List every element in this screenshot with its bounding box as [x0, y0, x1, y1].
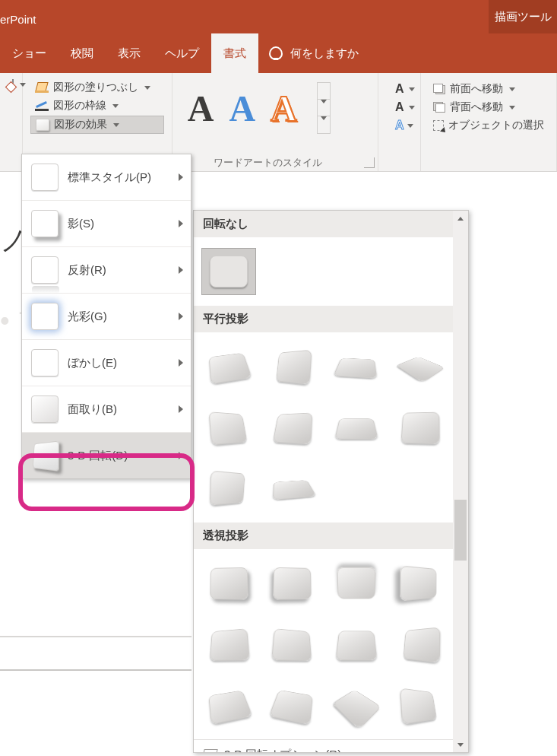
text-effects-button[interactable]: A: [391, 117, 408, 134]
rotation-tile-perspective-9[interactable]: [201, 681, 256, 729]
rotation-tile-parallel-2[interactable]: [265, 343, 320, 390]
rotation-preview-icon: [400, 688, 437, 725]
rotation-tile-parallel-5[interactable]: [201, 404, 256, 451]
bring-forward-label: 前面へ移動: [450, 82, 503, 96]
wordart-gallery[interactable]: A A A: [180, 78, 370, 138]
rotation-preview-icon: [396, 357, 445, 383]
chevron-right-icon: [179, 359, 183, 367]
dialog-launcher-icon[interactable]: [364, 157, 375, 168]
chevron-right-icon: [179, 405, 183, 413]
gallery-scrollbar[interactable]: [453, 211, 468, 752]
rotation-tile-perspective-5[interactable]: [201, 621, 256, 668]
menu-label-shadow: 影(S): [68, 217, 94, 231]
rotation-tile-parallel-10[interactable]: [265, 465, 320, 512]
gallery-spinner[interactable]: [317, 82, 331, 134]
rotation-tile-parallel-4[interactable]: [393, 343, 448, 390]
tab-view[interactable]: 表示: [106, 33, 153, 73]
workspace-edge: [0, 669, 191, 671]
rotation-preview-icon: [332, 690, 381, 730]
menu-item-3d-rotation[interactable]: 3-D 回転(D): [22, 432, 191, 478]
rotation-preview-icon: [271, 628, 312, 661]
shape-effects-menu: 標準スタイル(P) 影(S) 反射(R) 光彩(G) ぼかし(E) 面取り(B)…: [21, 154, 191, 479]
rotation-tile-parallel-3[interactable]: [329, 343, 384, 390]
menu-item-reflection[interactable]: 反射(R): [22, 246, 191, 293]
rotation-tile-parallel-6[interactable]: [265, 404, 320, 451]
ribbon-tab-strip: ショー 校閲 表示 ヘルプ 書式 何をしますか: [0, 33, 557, 73]
rotation-tile-perspective-8[interactable]: [393, 621, 448, 668]
rotation-tile-perspective-3[interactable]: [329, 560, 384, 607]
scroll-down-button[interactable]: [453, 737, 468, 752]
rotation-preview-icon: [269, 690, 313, 725]
wordart-preset-1[interactable]: A: [188, 87, 214, 129]
menu-item-shadow[interactable]: 影(S): [22, 200, 191, 246]
rotation-tile-perspective-12[interactable]: [393, 681, 448, 729]
shape-effects-button[interactable]: 図形の効果: [30, 116, 164, 134]
gallery-down-button[interactable]: [318, 100, 330, 116]
shape-effects-icon: [36, 119, 49, 131]
rotation-tile-perspective-10[interactable]: [265, 681, 320, 729]
group-arrange: 前面へ移動 背面へ移動 オブジェクトの選択: [421, 73, 557, 171]
rotation-tile-perspective-2[interactable]: [265, 560, 320, 607]
shape-fill-label: 図形の塗りつぶし: [53, 81, 138, 94]
rotation-options-button[interactable]: 3-D 回転オプション(R)...: [194, 739, 453, 752]
group-text-fill: A A A: [378, 73, 421, 171]
rotation-tile-perspective-11[interactable]: [329, 681, 384, 729]
bring-forward-icon: [433, 84, 445, 94]
menu-item-preset[interactable]: 標準スタイル(P): [22, 154, 191, 200]
send-backward-icon: [433, 102, 445, 113]
chevron-down-icon: [144, 86, 150, 90]
rotation-tile-parallel-9[interactable]: [201, 465, 256, 512]
menu-item-glow[interactable]: 光彩(G): [22, 293, 191, 339]
shape-effects-label: 図形の効果: [54, 118, 107, 132]
scroll-up-button[interactable]: [453, 211, 468, 226]
menu-label-preset: 標準スタイル(P): [68, 170, 151, 185]
tab-help[interactable]: ヘルプ: [153, 33, 211, 73]
title-bar: erPoint 描画ツール: [0, 0, 557, 33]
text-outline-button[interactable]: A: [391, 99, 408, 116]
send-backward-button[interactable]: 背面へ移動: [429, 99, 549, 116]
rotation-tile-none[interactable]: [201, 248, 256, 295]
group-label-wordart: ワードアートのスタイル: [172, 156, 364, 170]
rotation-tile-parallel-8[interactable]: [393, 404, 448, 451]
tab-review[interactable]: 校閲: [59, 33, 106, 73]
section-parallel: 平行投影: [194, 306, 453, 332]
rotation-preview-icon: [210, 470, 245, 505]
text-fill-button[interactable]: A: [391, 81, 408, 97]
chevron-down-icon: [321, 116, 327, 133]
chevron-down-icon: [457, 743, 464, 747]
wordart-preset-2[interactable]: A: [229, 87, 255, 129]
edit-shape-button[interactable]: [8, 78, 17, 91]
rotation-tile-perspective-7[interactable]: [329, 621, 384, 668]
menu-item-soft-edges[interactable]: ぼかし(E): [22, 339, 191, 386]
scrollbar-track[interactable]: [453, 226, 468, 737]
rotation-tile-perspective-6[interactable]: [265, 621, 320, 668]
menu-item-bevel[interactable]: 面取り(B): [22, 386, 191, 432]
app-name: erPoint: [0, 13, 238, 33]
rotation-preview-icon: [210, 567, 248, 600]
rotation-preview-icon: [273, 412, 312, 444]
tab-format[interactable]: 書式: [211, 33, 258, 73]
pen-outline-icon: [35, 100, 49, 111]
rotation-tile-perspective-1[interactable]: [201, 560, 256, 607]
scrollbar-thumb[interactable]: [454, 500, 467, 561]
edit-shape-icon: [12, 79, 14, 90]
contextual-tab-drawing-tools[interactable]: 描画ツール: [489, 0, 557, 33]
bevel-thumb-icon: [31, 395, 59, 423]
group-wordart-styles: A A A ワードアートのスタイル: [172, 73, 378, 171]
bring-forward-button[interactable]: 前面へ移動: [429, 81, 549, 97]
rotation-tile-perspective-4[interactable]: [393, 560, 448, 607]
tell-me-search[interactable]: 何をしますか: [258, 33, 369, 73]
selection-pane-button[interactable]: オブジェクトの選択: [429, 117, 549, 134]
shape-outline-button[interactable]: 図形の枠線: [30, 97, 164, 114]
chevron-right-icon: [179, 452, 183, 459]
rotation-tile-parallel-1[interactable]: [201, 343, 256, 390]
gallery-up-button[interactable]: [318, 83, 330, 100]
shape-fill-button[interactable]: 図形の塗りつぶし: [30, 79, 164, 96]
chevron-down-icon: [407, 124, 413, 128]
reflection-thumb-icon: [31, 256, 59, 284]
rotation-tile-parallel-7[interactable]: [329, 404, 384, 451]
wordart-preset-3[interactable]: A: [271, 87, 297, 129]
tab-slideshow[interactable]: ショー: [0, 33, 59, 73]
shadow-thumb-icon: [31, 210, 59, 237]
gallery-more-button[interactable]: [318, 116, 330, 133]
